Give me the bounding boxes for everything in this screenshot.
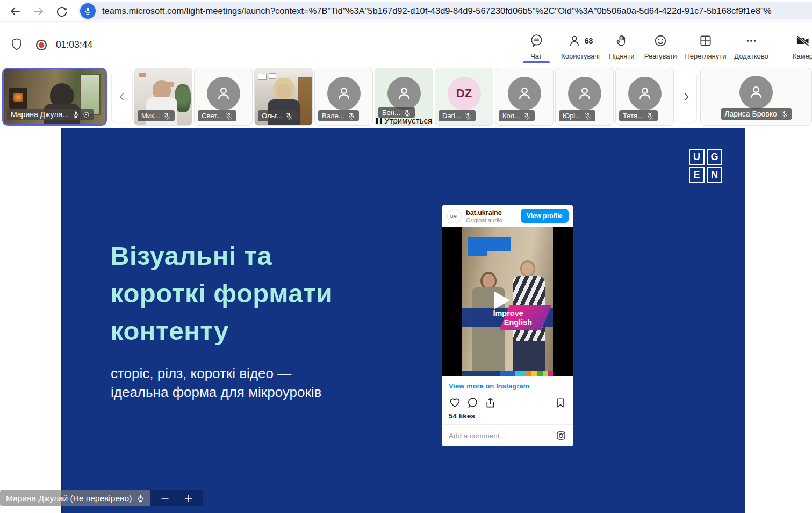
mic-off-icon <box>523 112 531 120</box>
reload-icon <box>55 5 68 18</box>
minus-icon <box>160 494 170 503</box>
back-arrow-icon <box>9 5 21 18</box>
browser-forward-button[interactable] <box>32 5 45 18</box>
avatar <box>327 77 361 110</box>
instagram-audio-label: Original audio <box>466 217 516 223</box>
instagram-icon <box>556 430 566 441</box>
participant-tile-olha[interactable]: Ольг... <box>254 68 313 126</box>
bookmark-button[interactable] <box>555 397 566 409</box>
site-mic-permission-icon[interactable] <box>80 3 96 19</box>
mic-off-icon <box>584 112 592 120</box>
video-caption-line2: English <box>504 318 532 327</box>
instagram-username[interactable]: bat.ukraine <box>466 209 516 216</box>
instagram-logo-button[interactable] <box>556 430 566 441</box>
avatar <box>508 77 541 110</box>
mic-off-icon <box>285 112 293 120</box>
play-button[interactable] <box>494 291 510 309</box>
shield-icon <box>10 38 23 52</box>
logo-letter: U <box>689 149 705 165</box>
logo-letter: E <box>689 167 705 183</box>
mic-off-icon <box>646 112 654 120</box>
presenter-name: Марина Джулай (Не перевірено) <box>6 494 132 503</box>
participant-tile-larysa[interactable]: Лариса Бровко <box>700 68 812 126</box>
person-icon <box>747 83 765 102</box>
participant-tile-kol[interactable]: Кол... <box>495 68 554 126</box>
url-text: teams.microsoft.com/light-meetings/launc… <box>102 6 772 16</box>
more-button[interactable]: Додатково <box>723 31 779 62</box>
slide-title: Візуальні та короткі формати контенту <box>110 237 333 350</box>
people-icon <box>568 34 582 48</box>
avatar <box>568 77 601 110</box>
participant-name: Лариса Бровко <box>724 110 777 118</box>
participant-tile-yuri[interactable]: Юрі... <box>555 68 614 126</box>
filmstrip-next-button[interactable] <box>676 71 697 122</box>
mic-off-icon <box>464 112 472 120</box>
add-comment-field[interactable]: Add a comment... <box>449 432 556 440</box>
participant-tile-vale[interactable]: Вале... <box>314 68 373 126</box>
forward-arrow-icon <box>32 5 45 18</box>
view-profile-button[interactable]: View profile <box>521 209 569 223</box>
view-more-link[interactable]: View more on Instagram <box>442 376 573 393</box>
participant-name: Мик... <box>141 112 160 120</box>
instagram-post-card: BAT bat.ukraine Original audio View prof… <box>442 205 573 446</box>
participant-tile-myk[interactable]: Мик... <box>134 68 192 126</box>
mic-off-icon <box>780 110 788 118</box>
pause-icon <box>376 118 382 124</box>
logo-letter: G <box>707 149 722 165</box>
instagram-post-header: BAT bat.ukraine Original audio View prof… <box>442 205 573 227</box>
on-hold-label: Утримується <box>384 116 432 125</box>
filmstrip-prev-button[interactable] <box>111 71 133 122</box>
person-icon <box>395 84 413 103</box>
logo-letter: N <box>707 167 722 183</box>
on-hold-status: Утримується <box>376 116 432 125</box>
comment-row: Add a comment... <box>442 425 573 446</box>
instagram-actions <box>442 393 573 411</box>
person-icon <box>214 84 233 103</box>
zoom-out-button[interactable] <box>160 494 170 503</box>
participant-tile-svet[interactable]: Свет... <box>194 68 253 126</box>
participant-name: Dari... <box>442 112 461 120</box>
participant-filmstrip: Марина Джула... Мик... <box>0 64 812 128</box>
presenter-overlay: Марина Джулай (Не перевірено) <box>0 490 203 506</box>
share-button[interactable] <box>484 396 497 409</box>
shared-screen-stage: U G E N Візуальні та короткі формати кон… <box>61 128 745 513</box>
video-caption-band: Improve English <box>462 308 553 327</box>
avatar <box>387 77 421 110</box>
comment-icon <box>466 396 479 409</box>
participant-name: Юрі... <box>563 112 581 120</box>
likes-count: 54 likes <box>442 411 573 424</box>
participant-tile-tetya[interactable]: Тетя... <box>615 68 674 126</box>
participant-name: Ольг... <box>262 112 282 120</box>
camera-button[interactable]: Камер <box>775 31 812 62</box>
person-icon <box>515 84 534 103</box>
meeting-timer: 01:03:44 <box>56 39 92 50</box>
camera-off-icon <box>775 33 812 49</box>
browser-reload-button[interactable] <box>55 5 68 18</box>
mic-off-icon <box>348 112 355 120</box>
chevron-left-icon <box>118 92 126 101</box>
address-bar[interactable]: teams.microsoft.com/light-meetings/launc… <box>78 2 812 20</box>
participant-tile-dari[interactable]: DZ Dari... <box>435 68 493 126</box>
ugen-logo: U G E N <box>689 149 722 183</box>
comment-button[interactable] <box>466 396 479 409</box>
participant-name: Марина Джула... <box>11 110 69 119</box>
instagram-video: Improve English <box>442 227 573 376</box>
presenter-name-pill: Марина Джулай (Не перевірено) <box>0 490 150 506</box>
zoom-in-button[interactable] <box>184 494 193 503</box>
chevron-right-icon <box>682 92 691 101</box>
like-button[interactable] <box>449 396 461 409</box>
participant-tile-bon[interactable]: Бон... Утримується <box>375 68 433 126</box>
mic-off-icon <box>404 109 411 117</box>
participant-name: Тетя... <box>623 112 643 120</box>
browser-back-button[interactable] <box>9 5 21 18</box>
mic-on-icon <box>136 494 145 502</box>
participant-name: Свет... <box>202 112 222 120</box>
heart-icon <box>449 396 461 409</box>
person-icon <box>576 84 594 103</box>
mic-off-icon <box>225 112 233 120</box>
instagram-avatar: BAT <box>447 209 462 223</box>
participant-tile-marina[interactable]: Марина Джула... <box>2 68 107 126</box>
avatar <box>628 77 662 110</box>
recording-indicator-icon <box>35 39 47 51</box>
slide-subtitle: сторіс, рілз, короткі відео — ідеальна ф… <box>111 364 321 402</box>
